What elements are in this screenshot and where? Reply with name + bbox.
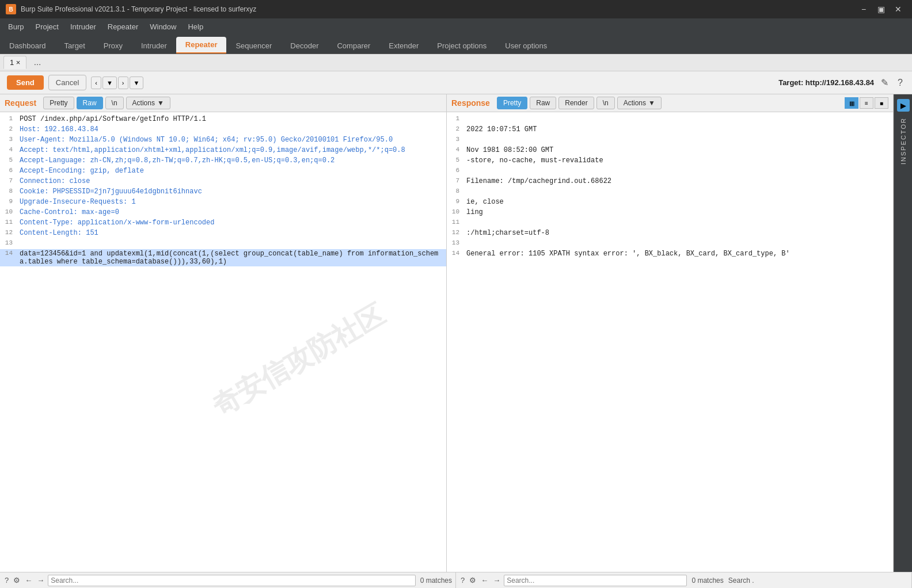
nav-next-dropdown-button[interactable]: ▼ [130, 77, 144, 89]
line-number: 3 [447, 136, 464, 145]
line-content: Cache-Control: max-age=0 [17, 208, 446, 217]
maximize-button[interactable]: ▣ [873, 3, 889, 16]
send-button[interactable]: Send [7, 75, 44, 90]
request-line-11: 11Content-Type: application/x-www-form-u… [0, 218, 446, 228]
menu-item-burp[interactable]: Burp [2, 20, 29, 33]
request-tab-pretty[interactable]: Pretty [43, 97, 74, 109]
bottom-bars: ? ⚙ ← → 0 matches ? ⚙ ← → 0 matches Sear… [0, 572, 912, 588]
response-code-area[interactable]: 122022 10:07:51 GMT34Nov 1981 08:52:00 G… [447, 112, 893, 572]
line-number: 7 [0, 177, 17, 186]
request-tab-ln[interactable]: \n [105, 97, 124, 109]
line-content: Nov 1981 08:52:00 GMT [464, 146, 893, 155]
nav-group: ‹ ▼ › ▼ [91, 77, 143, 89]
menu-item-intruder[interactable]: Intruder [64, 20, 102, 33]
response-search-help-icon[interactable]: ? [459, 576, 466, 585]
view-toggle: ▦ ≡ ■ [845, 97, 888, 109]
request-line-4: 4Accept: text/html,application/xhtml+xml… [0, 146, 446, 156]
menu-item-project[interactable]: Project [29, 20, 64, 33]
request-actions-button[interactable]: Actions ▼ [126, 97, 170, 109]
main-tab-dashboard[interactable]: Dashboard [0, 38, 55, 54]
line-number: 1 [0, 115, 17, 124]
response-search-settings-icon[interactable]: ⚙ [468, 576, 477, 585]
main-tab-intruder[interactable]: Intruder [132, 38, 176, 54]
minimize-button[interactable]: − [856, 3, 872, 16]
repeater-tab-1[interactable]: 1 × [3, 56, 26, 69]
line-content: Content-Type: application/x-www-form-url… [17, 219, 446, 228]
line-content: General error: 1105 XPATH syntax error: … [464, 250, 893, 259]
inspector-toggle-button[interactable]: ▶ [897, 99, 910, 112]
line-number: 5 [0, 156, 17, 166]
line-content: :/html;charset=utf-8 [464, 229, 893, 238]
line-content: POST /index.php/api/Software/getInfo HTT… [17, 115, 446, 124]
target-help-button[interactable]: ? [895, 77, 905, 89]
response-search-input[interactable] [504, 575, 687, 586]
main-tab-target[interactable]: Target [55, 38, 94, 54]
line-number: 2 [447, 125, 464, 135]
main-tab-sequencer[interactable]: Sequencer [226, 38, 281, 54]
request-search-input[interactable] [48, 575, 415, 586]
response-search-prev-icon[interactable]: ← [480, 576, 489, 585]
main-tabs: DashboardTargetProxyIntruderRepeaterSequ… [0, 35, 912, 54]
main-tab-decoder[interactable]: Decoder [281, 38, 328, 54]
response-actions-button[interactable]: Actions ▼ [617, 97, 662, 109]
response-line-10: 10ling [447, 208, 893, 218]
response-line-13: 13 [447, 239, 893, 249]
target-edit-button[interactable]: ✎ [879, 76, 891, 89]
cancel-button[interactable]: Cancel [48, 75, 86, 90]
request-line-7: 7Connection: close [0, 177, 446, 187]
nav-prev-dropdown-button[interactable]: ▼ [102, 77, 117, 89]
view-split-button[interactable]: ▦ [845, 97, 858, 109]
request-line-1: 1POST /index.php/api/Software/getInfo HT… [0, 114, 446, 125]
response-search-bar: ? ⚙ ← → 0 matches Search . [456, 572, 912, 588]
view-list-button[interactable]: ≡ [860, 97, 873, 109]
line-number: 9 [0, 198, 17, 207]
main-tab-extender[interactable]: Extender [379, 38, 428, 54]
request-search-prev-icon[interactable]: ← [24, 576, 33, 585]
repeater-tabs: 1 × … [0, 54, 912, 71]
menu-item-window[interactable]: Window [144, 20, 182, 33]
request-tab-raw[interactable]: Raw [77, 97, 103, 109]
main-tab-user-options[interactable]: User options [496, 38, 556, 54]
request-line-8: 8Cookie: PHPSESSID=2jn7jguuu64e1dgbnit6i… [0, 187, 446, 197]
request-search-matches: 0 matches [420, 576, 452, 585]
nav-next-button[interactable]: › [118, 77, 128, 89]
request-line-9: 9Upgrade-Insecure-Requests: 1 [0, 197, 446, 208]
nav-prev-button[interactable]: ‹ [91, 77, 101, 89]
repeater-tab-more[interactable]: … [29, 56, 45, 68]
main-tab-proxy[interactable]: Proxy [94, 38, 132, 54]
response-line-1: 1 [447, 114, 893, 125]
line-content: Connection: close [17, 177, 446, 186]
toolbar: Send Cancel ‹ ▼ › ▼ Target: http://192.1… [0, 71, 912, 94]
line-content: -store, no-cache, must-revalidate [464, 156, 893, 166]
request-search-help-icon[interactable]: ? [3, 576, 10, 585]
request-search-next-icon[interactable]: → [36, 576, 45, 585]
request-code-area[interactable]: 1POST /index.php/api/Software/getInfo HT… [0, 112, 446, 572]
response-tab-pretty[interactable]: Pretty [497, 97, 527, 109]
response-title: Response [451, 98, 490, 108]
line-content: ie, close [464, 198, 893, 207]
menu-item-help[interactable]: Help [182, 20, 209, 33]
main-tab-comparer[interactable]: Comparer [328, 38, 379, 54]
request-search-settings-icon[interactable]: ⚙ [12, 576, 21, 585]
close-button[interactable]: ✕ [890, 3, 906, 16]
response-line-4: 4Nov 1981 08:52:00 GMT [447, 146, 893, 156]
response-line-11: 11 [447, 218, 893, 228]
response-tab-render[interactable]: Render [558, 97, 594, 109]
response-line-5: 5-store, no-cache, must-revalidate [447, 156, 893, 166]
main-tab-project-options[interactable]: Project options [428, 38, 496, 54]
response-line-9: 9ie, close [447, 197, 893, 208]
line-number: 11 [447, 219, 464, 228]
menu-item-repeater[interactable]: Repeater [102, 20, 144, 33]
view-single-button[interactable]: ■ [875, 97, 888, 109]
request-search-bar: ? ⚙ ← → 0 matches [0, 572, 456, 588]
response-search-next-icon[interactable]: → [492, 576, 501, 585]
main-tab-repeater[interactable]: Repeater [176, 37, 227, 54]
response-tab-raw[interactable]: Raw [530, 97, 556, 109]
line-content: data=123456&id=1 and updatexml(1,mid(con… [17, 250, 446, 266]
line-content [464, 167, 893, 176]
line-number: 8 [0, 188, 17, 197]
response-tab-ln[interactable]: \n [596, 97, 615, 109]
line-content [464, 239, 893, 249]
line-number: 3 [0, 136, 17, 145]
line-number: 10 [447, 208, 464, 217]
